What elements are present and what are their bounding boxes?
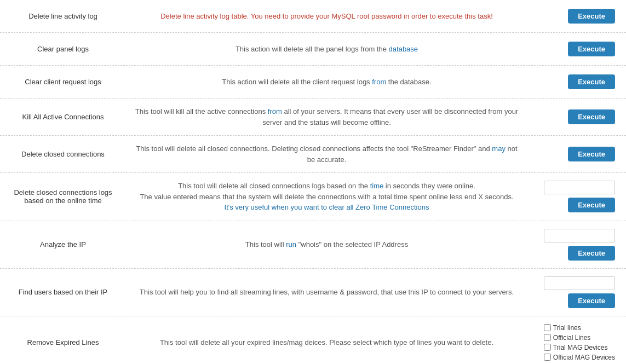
execute-delete-closed-connections-button[interactable]: Execute	[568, 147, 615, 161]
desc-kill-all-active-connections: This tool will kill all the active conne…	[120, 106, 533, 128]
row-analyze-ip: Analyze the IP This tool will run "whois…	[0, 221, 626, 269]
label-clear-client-request-logs: Clear client request logs	[5, 78, 120, 86]
checkbox-label-trial-mag-devices: Trial MAG Devices	[553, 344, 608, 351]
label-remove-expired-lines: Remove Expired Lines	[5, 338, 120, 346]
checkbox-group-remove-expired-lines: Trial lines Official Lines Trial MAG Dev…	[544, 324, 615, 361]
checkbox-label-official-lines: Official Lines	[553, 334, 590, 342]
action-clear-panel-logs: Execute	[533, 42, 621, 56]
desc-text-find-users-by-ip: This tool will help you to find all stre…	[140, 288, 514, 296]
action-find-users-by-ip: Execute	[533, 276, 621, 308]
action-delete-closed-connections: Execute	[533, 147, 621, 161]
checkbox-official-mag-devices[interactable]	[544, 354, 551, 361]
checkbox-item-trial-lines[interactable]: Trial lines	[544, 324, 581, 332]
checkbox-item-official-mag-devices[interactable]: Official MAG Devices	[544, 354, 615, 361]
execute-delete-line-activity-log-button[interactable]: Execute	[568, 9, 615, 24]
desc-analyze-ip: This tool will run "whois" on the select…	[120, 239, 533, 250]
action-kill-all-active-connections: Execute	[533, 109, 621, 124]
desc-line3-delete-closed-connections-logs: It's very useful when you want to clear …	[131, 202, 522, 213]
row-delete-line-activity-log: Delete line activity log Delete line act…	[0, 0, 626, 33]
checkbox-trial-mag-devices[interactable]	[544, 344, 551, 351]
row-clear-client-request-logs: Clear client request logs This action wi…	[0, 66, 626, 99]
input-find-users-by-ip[interactable]	[544, 276, 615, 290]
checkbox-item-official-lines[interactable]: Official Lines	[544, 334, 590, 342]
row-find-users-by-ip: Find users based on their IP This tool w…	[0, 269, 626, 316]
row-delete-closed-connections-logs: Delete closed connections logs based on …	[0, 173, 626, 221]
row-kill-all-active-connections: Kill All Active Connections This tool wi…	[0, 99, 626, 136]
desc-line1-delete-closed-connections-logs: This tool will delete all closed connect…	[131, 181, 522, 192]
action-delete-line-activity-log: Execute	[533, 9, 621, 24]
desc-text-delete-closed-connections: This tool will delete all closed connect…	[136, 145, 517, 164]
label-delete-line-activity-log: Delete line activity log	[5, 12, 120, 20]
desc-text-clear-client-request-logs: This action will delete all the client r…	[222, 78, 431, 86]
execute-find-users-by-ip-button[interactable]: Execute	[568, 293, 615, 308]
execute-analyze-ip-button[interactable]: Execute	[568, 246, 615, 261]
input-delete-closed-connections-logs[interactable]	[544, 181, 615, 194]
row-clear-panel-logs: Clear panel logs This action will delete…	[0, 33, 626, 66]
checkbox-item-trial-mag-devices[interactable]: Trial MAG Devices	[544, 344, 608, 351]
tools-table: Delete line activity log Delete line act…	[0, 0, 626, 364]
execute-delete-closed-connections-logs-button[interactable]: Execute	[568, 198, 615, 212]
action-analyze-ip: Execute	[533, 229, 621, 261]
desc-line2-delete-closed-connections-logs: The value entered means that the system …	[131, 192, 522, 203]
checkbox-official-lines[interactable]	[544, 334, 551, 341]
execute-kill-all-active-connections-button[interactable]: Execute	[568, 109, 615, 124]
desc-text-clear-panel-logs: This action will delete all the panel lo…	[236, 45, 418, 53]
row-delete-closed-connections: Delete closed connections This tool will…	[0, 136, 626, 173]
label-delete-closed-connections: Delete closed connections	[5, 150, 120, 158]
label-analyze-ip: Analyze the IP	[5, 240, 120, 249]
desc-find-users-by-ip: This tool will help you to find all stre…	[120, 287, 533, 298]
execute-clear-panel-logs-button[interactable]: Execute	[568, 42, 615, 56]
row-remove-expired-lines: Remove Expired Lines This tool will dele…	[0, 316, 626, 365]
desc-delete-line-activity-log: Delete line activity log table. You need…	[120, 11, 533, 22]
desc-text-delete-line-activity-log: Delete line activity log table. You need…	[160, 12, 493, 20]
checkbox-trial-lines[interactable]	[544, 324, 551, 331]
action-delete-closed-connections-logs: Execute	[533, 181, 621, 212]
desc-delete-closed-connections: This tool will delete all closed connect…	[120, 143, 533, 165]
execute-clear-client-request-logs-button[interactable]: Execute	[568, 74, 615, 89]
label-kill-all-active-connections: Kill All Active Connections	[5, 113, 120, 121]
desc-text-remove-expired-lines: This tool will delete all your expired l…	[160, 338, 493, 346]
action-clear-client-request-logs: Execute	[533, 74, 621, 89]
action-remove-expired-lines: Trial lines Official Lines Trial MAG Dev…	[533, 324, 621, 361]
checkbox-label-trial-lines: Trial lines	[553, 324, 581, 332]
label-delete-closed-connections-logs: Delete closed connections logs based on …	[5, 188, 120, 205]
desc-clear-client-request-logs: This action will delete all the client r…	[120, 77, 533, 88]
desc-text-analyze-ip: This tool will run "whois" on the select…	[245, 240, 408, 249]
checkbox-label-official-mag-devices: Official MAG Devices	[553, 354, 615, 361]
desc-delete-closed-connections-logs: This tool will delete all closed connect…	[120, 181, 533, 213]
label-find-users-by-ip: Find users based on their IP	[5, 288, 120, 296]
desc-text-kill-all-active-connections: This tool will kill all the active conne…	[135, 107, 518, 126]
label-clear-panel-logs: Clear panel logs	[5, 45, 120, 53]
desc-remove-expired-lines: This tool will delete all your expired l…	[120, 337, 533, 348]
desc-clear-panel-logs: This action will delete all the panel lo…	[120, 44, 533, 55]
input-analyze-ip[interactable]	[544, 229, 615, 242]
